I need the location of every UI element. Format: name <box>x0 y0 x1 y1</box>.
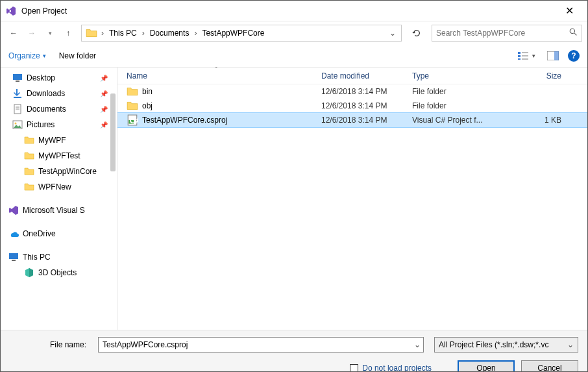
help-button[interactable]: ? <box>568 50 580 62</box>
crumb-leaf[interactable]: TestAppWPFCore <box>198 25 268 41</box>
crumb-this-pc[interactable]: This PC <box>105 25 141 41</box>
sidebar-item-pictures[interactable]: Pictures📌 <box>1 117 117 132</box>
this-pc-icon <box>8 252 19 262</box>
chevron-right-icon[interactable]: › <box>193 29 198 38</box>
sidebar-item-mywpf[interactable]: MyWPF <box>1 132 117 148</box>
breadcrumb[interactable]: › This PC › Documents › TestAppWPFCore ⌄ <box>81 25 402 42</box>
file-list: Name Date modified Type Size ˄ bin12/6/2… <box>117 68 587 330</box>
svg-rect-9 <box>554 51 559 60</box>
3d-objects-icon <box>24 267 34 278</box>
sort-indicator-icon: ˄ <box>215 66 218 73</box>
cancel-button[interactable]: Cancel <box>521 360 578 372</box>
svg-rect-2 <box>518 52 521 54</box>
chevron-down-icon: ⌄ <box>567 340 574 349</box>
preview-pane-icon <box>547 51 559 60</box>
sidebar-item-mywpftest[interactable]: MyWPFTest <box>1 148 117 164</box>
column-type[interactable]: Type <box>412 71 522 81</box>
search-input[interactable] <box>436 29 569 38</box>
sidebar-item-downloads[interactable]: Downloads📌 <box>1 86 117 101</box>
sidebar-label: This PC <box>23 253 51 262</box>
sidebar-item-this-pc[interactable]: This PC <box>1 249 117 265</box>
recent-dropdown[interactable]: ▾ <box>42 25 58 41</box>
body: Desktop📌 Downloads📌 Documents📌 Pictures📌… <box>1 67 587 330</box>
refresh-button[interactable] <box>408 25 425 42</box>
svg-rect-3 <box>518 55 521 57</box>
column-date[interactable]: Date modified <box>321 71 412 81</box>
file-filter-combo[interactable]: All Project Files (*.sln;*.dsw;*.vc ⌄ <box>434 337 578 353</box>
close-button[interactable]: ✕ <box>556 5 582 17</box>
onedrive-icon <box>8 229 19 239</box>
checkbox[interactable] <box>350 364 358 373</box>
file-row[interactable]: C#TestAppWPFCore.csproj12/6/2018 3:14 PM… <box>117 113 587 127</box>
svg-rect-11 <box>16 81 19 82</box>
file-row[interactable]: obj12/6/2018 3:14 PMFile folder <box>117 99 587 113</box>
navigation-pane[interactable]: Desktop📌 Downloads📌 Documents📌 Pictures📌… <box>1 68 117 330</box>
sidebar-item-testappwincore[interactable]: TestAppWinCore <box>1 164 117 179</box>
search-box[interactable] <box>432 25 582 42</box>
refresh-icon <box>412 29 421 38</box>
file-date: 12/6/2018 3:14 PM <box>321 87 412 96</box>
sidebar-item-documents[interactable]: Documents📌 <box>1 101 117 117</box>
svg-line-1 <box>574 33 576 35</box>
sidebar-label: OneDrive <box>23 229 56 238</box>
folder-icon <box>127 100 138 112</box>
pin-icon: 📌 <box>100 75 117 82</box>
file-type: Visual C# Project f... <box>412 116 522 125</box>
new-folder-button[interactable]: New folder <box>59 51 96 60</box>
sidebar-item-3d-objects[interactable]: 3D Objects <box>1 265 117 280</box>
filename-input[interactable] <box>99 340 411 349</box>
sidebar-label: MyWPF <box>38 136 66 145</box>
breadcrumb-dropdown[interactable]: ⌄ <box>386 29 400 38</box>
chevron-right-icon[interactable]: › <box>100 29 105 38</box>
preview-pane-button[interactable] <box>545 50 561 62</box>
sidebar-item-visual-studio[interactable]: Microsoft Visual S <box>1 203 117 218</box>
svg-point-17 <box>15 123 17 125</box>
do-not-load-projects[interactable]: Do not load projects <box>350 364 432 372</box>
sidebar-label: Downloads <box>27 89 65 98</box>
column-headers: Name Date modified Type Size <box>117 68 587 84</box>
filename-combo[interactable]: ⌄ <box>98 337 424 353</box>
forward-button[interactable]: → <box>24 25 40 41</box>
downloads-icon <box>12 88 23 99</box>
sidebar-item-desktop[interactable]: Desktop📌 <box>1 70 117 86</box>
svg-point-0 <box>570 29 574 33</box>
sidebar-label: Pictures <box>27 120 55 129</box>
file-name: obj <box>142 101 321 110</box>
folder-icon <box>86 27 97 39</box>
desktop-icon <box>12 73 23 83</box>
column-size[interactable]: Size <box>522 71 561 81</box>
filter-text: All Project Files (*.sln;*.dsw;*.vc <box>439 340 567 349</box>
up-button[interactable]: ↑ <box>60 25 76 41</box>
folder-icon <box>127 86 138 97</box>
file-row[interactable]: bin12/6/2018 3:14 PMFile folder <box>117 84 587 99</box>
folder-icon <box>24 151 34 161</box>
file-name: bin <box>142 87 321 96</box>
sidebar-item-onedrive[interactable]: OneDrive <box>1 226 117 242</box>
column-name[interactable]: Name <box>127 71 321 81</box>
file-name: TestAppWPFCore.csproj <box>142 116 321 125</box>
checkbox-label: Do not load projects <box>362 364 432 372</box>
back-button[interactable]: ← <box>6 25 21 41</box>
sidebar-label: TestAppWinCore <box>38 167 97 176</box>
sidebar-label: MyWPFTest <box>38 151 80 160</box>
search-icon[interactable] <box>569 28 578 38</box>
svg-rect-18 <box>9 253 18 259</box>
svg-rect-10 <box>13 74 22 80</box>
view-mode-button[interactable]: ▾ <box>515 50 538 62</box>
svg-text:C#: C# <box>130 116 139 125</box>
sidebar-label: WPFNew <box>38 182 71 192</box>
sidebar-item-wpfnew[interactable]: WPFNew <box>1 179 117 195</box>
sidebar-scrollbar[interactable] <box>110 93 116 171</box>
sidebar-label: Documents <box>27 105 66 114</box>
chevron-right-icon[interactable]: › <box>141 29 146 38</box>
crumb-documents[interactable]: Documents <box>146 25 193 41</box>
file-type: File folder <box>412 101 522 110</box>
file-size: 1 KB <box>522 116 561 125</box>
file-rows: bin12/6/2018 3:14 PMFile folderobj12/6/2… <box>117 84 587 330</box>
sidebar-label: Microsoft Visual S <box>23 206 85 215</box>
footer: File name: ⌄ All Project Files (*.sln;*.… <box>1 330 587 372</box>
details-view-icon <box>518 51 530 60</box>
filename-dropdown[interactable]: ⌄ <box>411 340 423 349</box>
organize-menu[interactable]: Organize▾ <box>8 51 46 60</box>
open-button[interactable]: Open <box>458 360 515 372</box>
